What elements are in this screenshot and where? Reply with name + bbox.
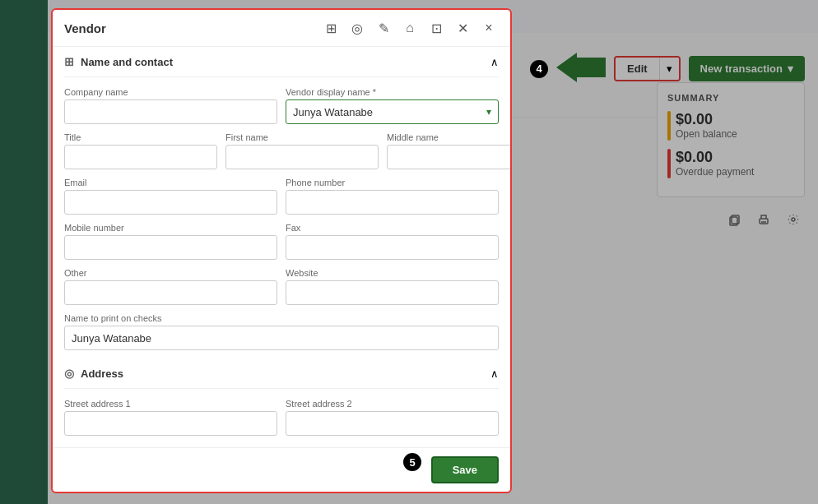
name-to-print-group: Name to print on checks	[64, 313, 499, 350]
mobile-input[interactable]	[64, 235, 277, 260]
name-to-print-label: Name to print on checks	[64, 313, 499, 323]
street-address-row: Street address 1 Street address 2	[64, 399, 499, 436]
vendor-display-name-label: Vendor display name *	[286, 87, 499, 97]
email-input[interactable]	[64, 190, 277, 215]
modal-body: ⊞ Name and contact ∧ Company name Vendor…	[53, 47, 510, 447]
first-name-input[interactable]	[225, 145, 379, 169]
website-input[interactable]	[286, 280, 499, 305]
modal-header: Vendor ⊞ ◎ ✎ ⌂ ⊡ ✕ ×	[53, 10, 510, 47]
modal-grid-icon[interactable]: ⊞	[321, 18, 341, 38]
save-button[interactable]: Save	[431, 456, 499, 483]
vendor-modal: Vendor ⊞ ◎ ✎ ⌂ ⊡ ✕ × ⊞ Name and contact …	[51, 8, 512, 493]
modal-close-x-icon[interactable]: ✕	[453, 18, 472, 38]
phone-input[interactable]	[286, 190, 499, 215]
company-name-label: Company name	[64, 87, 277, 97]
vendor-display-name-group: Vendor display name * Junya Watanabe ▾	[286, 87, 499, 124]
modal-title: Vendor	[64, 21, 106, 35]
name-contact-label: Name and contact	[81, 56, 173, 68]
address-section-header[interactable]: ◎ Address ∧	[64, 358, 499, 389]
step4-badge: 4	[530, 60, 548, 78]
title-input[interactable]	[64, 145, 217, 169]
name-to-print-input[interactable]	[64, 326, 499, 350]
email-group: Email	[64, 178, 277, 215]
modal-icons: ⊞ ◎ ✎ ⌂ ⊡ ✕ ×	[321, 18, 499, 38]
middle-name-label: Middle name	[387, 132, 510, 142]
modal-save-icon[interactable]: ⊡	[426, 18, 446, 38]
street1-group: Street address 1	[64, 399, 277, 436]
mobile-group: Mobile number	[64, 223, 277, 260]
modal-location-icon[interactable]: ◎	[347, 18, 367, 38]
address-location-icon: ◎	[64, 367, 74, 380]
modal-edit-icon[interactable]: ✎	[374, 18, 393, 38]
name-contact-icon: ⊞	[64, 55, 74, 68]
name-and-contact-section-header[interactable]: ⊞ Name and contact ∧	[64, 47, 499, 77]
fax-input[interactable]	[286, 235, 499, 260]
step5-badge: 5	[403, 453, 421, 471]
mobile-fax-row: Mobile number Fax	[64, 223, 499, 260]
street2-group: Street address 2	[286, 399, 499, 436]
name-to-print-row: Name to print on checks	[64, 313, 499, 350]
street1-label: Street address 1	[64, 399, 277, 409]
email-label: Email	[64, 178, 277, 187]
other-website-row: Other Website	[64, 268, 499, 305]
middle-name-group: Middle name	[387, 132, 510, 169]
street1-input[interactable]	[64, 411, 277, 436]
fax-label: Fax	[286, 223, 499, 233]
phone-group: Phone number	[286, 178, 499, 215]
title-group: Title	[64, 132, 217, 169]
street2-label: Street address 2	[286, 399, 499, 409]
website-label: Website	[286, 268, 499, 278]
company-vendor-row: Company name Vendor display name * Junya…	[64, 87, 499, 124]
name-contact-chevron: ∧	[490, 56, 499, 68]
vendor-display-name-value: Junya Watanabe	[293, 106, 373, 118]
title-label: Title	[64, 132, 217, 142]
phone-label: Phone number	[286, 178, 499, 187]
other-group: Other	[64, 268, 277, 305]
address-chevron: ∧	[490, 368, 499, 380]
modal-footer: Save	[53, 447, 510, 492]
mobile-label: Mobile number	[64, 223, 277, 233]
middle-name-input[interactable]	[387, 145, 510, 169]
address-label: Address	[81, 368, 123, 380]
first-name-label: First name	[225, 132, 379, 142]
other-label: Other	[64, 268, 277, 278]
vendor-display-name-chevron: ▾	[486, 106, 491, 118]
name-parts-row: Title First name Middle name Last name S…	[64, 132, 499, 169]
other-input[interactable]	[64, 280, 277, 305]
website-group: Website	[286, 268, 499, 305]
email-phone-row: Email Phone number	[64, 178, 499, 215]
modal-close-button[interactable]: ×	[479, 18, 499, 38]
company-name-input[interactable]	[64, 99, 277, 124]
modal-home-icon[interactable]: ⌂	[400, 18, 420, 38]
fax-group: Fax	[286, 223, 499, 260]
vendor-display-name-select[interactable]: Junya Watanabe ▾	[286, 99, 499, 124]
company-name-group: Company name	[64, 87, 277, 124]
first-name-group: First name	[225, 132, 379, 169]
street2-input[interactable]	[286, 411, 499, 436]
